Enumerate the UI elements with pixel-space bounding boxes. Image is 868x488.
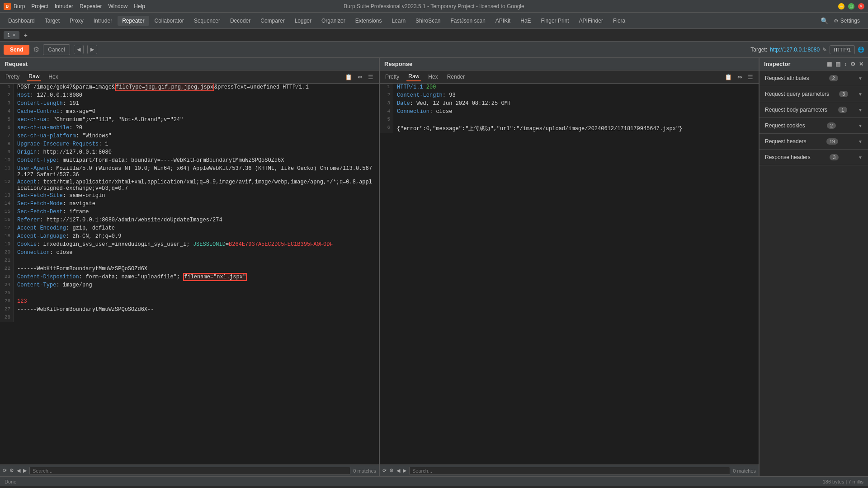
response-menu-icon[interactable]: ☰ [746, 73, 755, 81]
request-tab-raw[interactable]: Raw [27, 72, 41, 81]
request-wrap-icon[interactable]: ⇔ [356, 73, 364, 81]
response-search-settings-icon[interactable]: ⚙ [389, 468, 394, 474]
nav-next-button[interactable]: ▶ [87, 45, 97, 54]
nav-collaborator[interactable]: Collaborator [150, 16, 189, 26]
response-tab-render[interactable]: Render [445, 73, 467, 81]
nav-apifinder[interactable]: APIFinder [575, 16, 608, 26]
toolbar: Send ⚙ Cancel ◀ ▶ Target: http://127.0.0… [0, 42, 868, 58]
response-line-2: 2 Content-Length: 93 [380, 92, 759, 100]
nav-sequencer[interactable]: Sequencer [189, 16, 225, 26]
nav-extensions[interactable]: Extensions [351, 16, 387, 26]
request-tab-hex[interactable]: Hex [47, 73, 60, 81]
menu-repeater[interactable]: Repeater [80, 3, 102, 9]
request-line-23: 23 Content-Disposition: form-data; name=… [0, 273, 379, 282]
nav-decoder[interactable]: Decoder [226, 16, 255, 26]
request-search-back-button[interactable]: ◀ [17, 468, 20, 474]
nav-prev-button[interactable]: ◀ [74, 45, 84, 54]
nav-settings[interactable]: ⚙ Settings [829, 16, 864, 26]
http-version-button[interactable]: HTTP/1 [830, 45, 855, 54]
inspector-row-response-headers[interactable]: Response headers 3 ▼ [760, 150, 868, 165]
nav-learn[interactable]: Learn [387, 16, 410, 26]
inspector-settings-icon[interactable]: ⚙ [850, 61, 855, 67]
response-search-refresh-icon[interactable]: ⟳ [382, 468, 387, 474]
inspector-row-request-headers[interactable]: Request headers 19 ▼ [760, 134, 868, 149]
inspector-toolbar: ▦ ▤ ↕ ⚙ ✕ [827, 61, 863, 67]
inspector-close-icon[interactable]: ✕ [859, 61, 863, 67]
inspector-row-body-params[interactable]: Request body parameters 1 ▼ [760, 102, 868, 117]
inspector-view-icon2[interactable]: ▤ [835, 61, 840, 67]
response-tab-raw[interactable]: Raw [406, 72, 421, 81]
request-matches-count: 0 matches [353, 468, 376, 474]
response-line-5: 5 [380, 116, 759, 124]
menu-project[interactable]: Project [31, 3, 48, 9]
nav-logger[interactable]: Logger [290, 16, 316, 26]
main-content: Request Pretty Raw Hex 📋 ⇔ ☰ 1 POST /ima… [0, 58, 868, 476]
request-tab-pretty[interactable]: Pretty [4, 73, 21, 81]
titlebar: B Burp Project Intruder Repeater Window … [0, 0, 868, 13]
response-tab-pretty[interactable]: Pretty [383, 73, 401, 81]
window-controls: ─ □ ✕ [838, 3, 864, 9]
inspector-row-request-attributes[interactable]: Request attributes 2 ▼ [760, 70, 868, 86]
tab-1[interactable]: 1 ✕ [4, 31, 19, 39]
nav-intruder[interactable]: Intruder [89, 16, 117, 26]
response-copy-icon[interactable]: 📋 [723, 73, 734, 81]
response-search-back-button[interactable]: ◀ [396, 468, 400, 474]
nav-shiroscan[interactable]: ShiroScan [411, 16, 445, 26]
edit-target-icon[interactable]: ✎ [822, 47, 827, 53]
inspector-label-response-headers: Response headers [765, 154, 811, 160]
response-search-input[interactable] [409, 467, 730, 475]
inspector-label-query-params: Request query parameters [765, 91, 829, 97]
inspector-label-request-attributes: Request attributes [765, 75, 809, 81]
tab-label: 1 [7, 32, 10, 38]
request-search-settings-icon[interactable]: ⚙ [9, 468, 14, 474]
response-tab-hex[interactable]: Hex [426, 73, 439, 81]
nav-fiora[interactable]: Fiora [609, 16, 630, 26]
close-button[interactable]: ✕ [858, 3, 864, 9]
cancel-button[interactable]: Cancel [43, 44, 70, 55]
inspector-row-query-params[interactable]: Request query parameters 3 ▼ [760, 86, 868, 102]
chevron-down-icon-5: ▼ [858, 139, 863, 144]
response-wrap-icon[interactable]: ⇔ [736, 73, 744, 81]
inspector-sort-icon[interactable]: ↕ [844, 61, 847, 67]
inspector-count-request-headers: 19 [826, 138, 838, 145]
nav-target[interactable]: Target [40, 16, 64, 26]
request-search-prev[interactable]: ⟳ [3, 468, 7, 474]
request-line-25: 25 [0, 290, 379, 298]
inspector-view-icon1[interactable]: ▦ [827, 61, 832, 67]
tab-close-icon[interactable]: ✕ [12, 33, 16, 38]
response-matches-count: 0 matches [733, 468, 756, 474]
nav-dashboard[interactable]: Dashboard [4, 16, 39, 26]
nav-organizer[interactable]: Organizer [317, 16, 350, 26]
target-label: Target: [750, 47, 767, 53]
menu-window[interactable]: Window [108, 3, 127, 9]
inspector-row-cookies[interactable]: Request cookies 2 ▼ [760, 118, 868, 133]
nav-apikit[interactable]: APIKit [491, 16, 515, 26]
inspector-item-request-headers: Request headers 19 ▼ [760, 134, 868, 150]
menu-help[interactable]: Help [134, 3, 145, 9]
inspector-item-cookies: Request cookies 2 ▼ [760, 118, 868, 134]
menu-burp[interactable]: Burp [14, 3, 25, 9]
add-tab-button[interactable]: + [21, 31, 30, 40]
inspector-count-query-params: 3 [839, 91, 848, 97]
request-line-13: 13 Sec-Fetch-Site: same-origin [0, 192, 379, 200]
request-copy-icon[interactable]: 📋 [343, 73, 354, 81]
menu-intruder[interactable]: Intruder [55, 3, 73, 9]
app-logo: B [4, 3, 11, 10]
response-tab-toolbar: 📋 ⇔ ☰ [723, 73, 755, 81]
request-search-input[interactable] [29, 467, 350, 475]
request-search-forward-button[interactable]: ▶ [23, 468, 27, 474]
nav-fingerprint[interactable]: Finger Print [537, 16, 574, 26]
request-menu-icon[interactable]: ☰ [366, 73, 375, 81]
nav-comparer[interactable]: Comparer [256, 16, 289, 26]
nav-proxy[interactable]: Proxy [65, 16, 88, 26]
maximize-button[interactable]: □ [848, 3, 854, 9]
nav-fastjson[interactable]: FastJson scan [446, 16, 490, 26]
nav-hae[interactable]: HaE [516, 16, 535, 26]
send-button[interactable]: Send [4, 45, 29, 55]
settings-icon[interactable]: ⚙ [33, 45, 39, 54]
global-search-icon[interactable]: 🔍 [821, 17, 828, 24]
response-search-forward-button[interactable]: ▶ [403, 468, 406, 474]
inspector-count-response-headers: 3 [830, 154, 839, 160]
nav-repeater[interactable]: Repeater [118, 16, 149, 26]
minimize-button[interactable]: ─ [838, 3, 844, 9]
